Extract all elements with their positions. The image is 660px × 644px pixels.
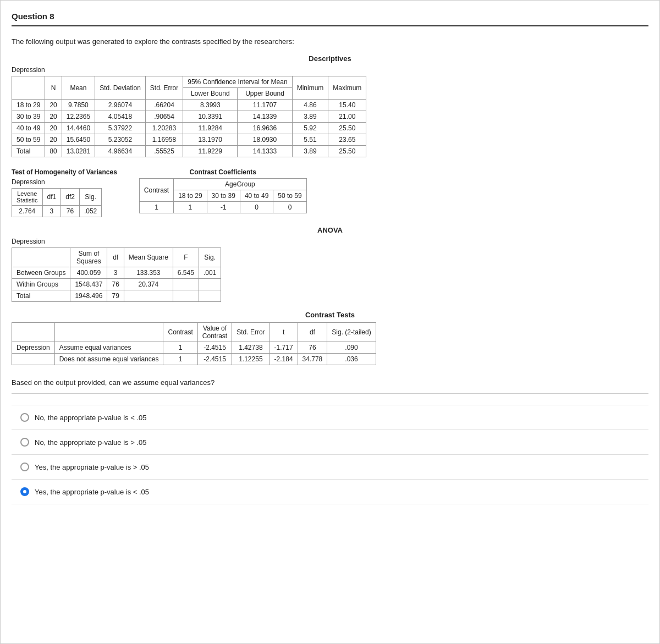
answer-option-1[interactable]: No, the appropriate p-value is > .05 — [12, 430, 648, 455]
radio-1[interactable] — [20, 438, 29, 447]
intro-text: The following output was generated to ex… — [12, 37, 648, 46]
col-max: Maximum — [328, 76, 366, 100]
ci-header: 95% Confidence Interval for Mean — [183, 76, 292, 88]
anova-section: ANOVA Depression Sum ofSquares df Mean S… — [12, 226, 648, 302]
answer-option-2[interactable]: Yes, the appropriate p-value is > .05 — [12, 455, 648, 480]
descriptives-sublabel: Depression — [12, 66, 648, 74]
col-min: Minimum — [292, 76, 328, 100]
descriptives-title: Descriptives — [12, 54, 648, 63]
contrast-coefficients-table: Contrast AgeGroup 18 to 29 30 to 39 40 t… — [139, 178, 307, 213]
contrast-coefficients-section: Contrast Coefficients Contrast AgeGroup … — [139, 168, 307, 213]
col-std-err: Std. Error — [145, 76, 183, 100]
sig-header: Sig. — [79, 189, 101, 206]
descriptives-section: Descriptives Depression N Mean Std. Devi… — [12, 54, 648, 157]
answer-label-1: No, the appropriate p-value is > .05 — [35, 438, 146, 447]
radio-0[interactable] — [20, 413, 29, 422]
contrast-col: Contrast — [139, 179, 173, 202]
homogeneity-sublabel: Depression — [12, 178, 117, 186]
answer-option-0[interactable]: No, the appropriate p-value is < .05 — [12, 405, 648, 430]
contrast-tests-section: Contrast Tests Contrast Value ofContrast… — [12, 311, 648, 365]
homogeneity-title: Test of Homogeneity of Variances — [12, 168, 117, 176]
contrast-tests-table: Contrast Value ofContrast Std. Error t d… — [12, 322, 376, 365]
col-n: N — [45, 76, 62, 100]
homogeneity-table: LeveneStatistic df1 df2 Sig. 2.764376.05… — [12, 188, 102, 217]
col-lower: Lower Bound — [183, 88, 238, 100]
homogeneity-section: Test of Homogeneity of Variances Depress… — [12, 168, 117, 217]
col-std-dev: Std. Deviation — [95, 76, 146, 100]
question-header: Question 8 — [12, 12, 648, 26]
age-group-col: AgeGroup — [174, 179, 307, 190]
anova-title: ANOVA — [12, 226, 648, 234]
radio-3[interactable] — [20, 487, 29, 496]
answer-option-3[interactable]: Yes, the appropriate p-value is < .05 — [12, 480, 648, 504]
contrast-coefficients-title: Contrast Coefficients — [139, 168, 307, 176]
col-upper: Upper Bound — [238, 88, 292, 100]
df2-header: df2 — [61, 189, 80, 206]
df1-header: df1 — [42, 189, 61, 206]
anova-sublabel: Depression — [12, 238, 648, 245]
page: Question 8 The following output was gene… — [0, 0, 660, 644]
anova-table: Sum ofSquares df Mean Square F Sig. Betw… — [12, 247, 221, 302]
answer-section: No, the appropriate p-value is < .05No, … — [12, 405, 648, 504]
answer-label-0: No, the appropriate p-value is < .05 — [35, 414, 146, 422]
col-mean: Mean — [62, 76, 95, 100]
radio-2[interactable] — [20, 463, 29, 471]
descriptives-table: N Mean Std. Deviation Std. Error 95% Con… — [12, 76, 366, 157]
question-text: Based on the output provided, can we ass… — [12, 378, 648, 394]
homogeneity-contrast-wrap: Test of Homogeneity of Variances Depress… — [12, 168, 648, 217]
contrast-tests-title: Contrast Tests — [12, 311, 648, 319]
levene-header: LeveneStatistic — [12, 189, 43, 206]
answer-label-2: Yes, the appropriate p-value is > .05 — [35, 463, 149, 471]
answer-label-3: Yes, the appropriate p-value is < .05 — [35, 488, 149, 496]
